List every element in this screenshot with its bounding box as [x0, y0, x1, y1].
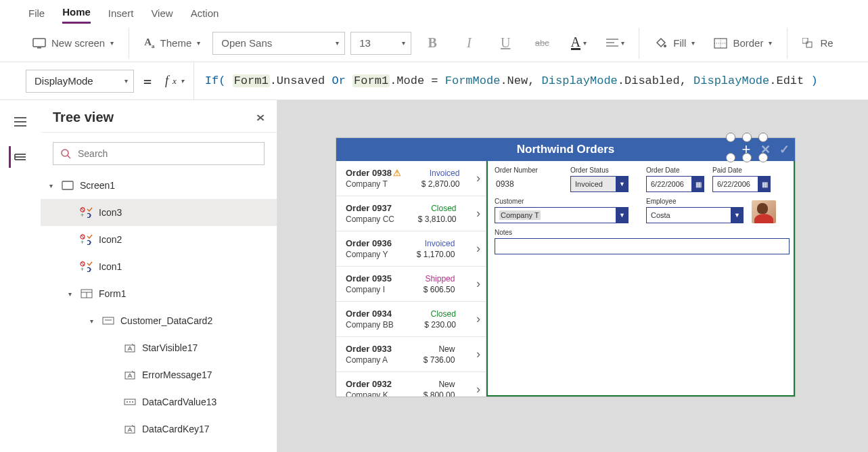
menu-item-home[interactable]: Home — [62, 6, 91, 24]
order-number: Order 0938⚠ — [346, 168, 401, 178]
order-number: Order 0935 — [346, 273, 392, 284]
customer-label: Customer — [495, 198, 629, 205]
customer-dropdown[interactable]: Company T ▼ — [495, 207, 629, 223]
accept-icon[interactable]: ✓ — [777, 143, 791, 156]
order-number-label: Order Number — [495, 166, 562, 174]
chevron-down-icon: ▼ — [734, 212, 740, 219]
new-screen-button[interactable]: New screen ▾ — [26, 33, 120, 53]
theme-button[interactable]: Aa Theme ▾ — [137, 32, 207, 53]
tree-node-datacardkey17[interactable]: DataCardKey17 — [41, 415, 277, 443]
notes-input[interactable] — [495, 238, 790, 254]
font-size-select[interactable]: 13 ▾ — [350, 32, 411, 55]
chevron-down-icon: ▼ — [619, 181, 625, 187]
property-value: DisplayMode — [35, 75, 93, 87]
font-color-icon: A — [571, 36, 580, 50]
order-amount: $ 800.00 — [424, 390, 455, 397]
italic-button[interactable]: I — [453, 28, 484, 59]
formula-input[interactable]: If( Form1.Unsaved Or Form1.Mode = FormMo… — [194, 74, 818, 87]
menu-item-view[interactable]: View — [151, 7, 173, 23]
menu-item-action[interactable]: Action — [191, 7, 219, 23]
tree-view-header: Tree view ✕ — [41, 100, 277, 133]
app-header: Northwind Orders + ✕ ✓ — [336, 138, 795, 161]
close-icon[interactable]: ✕ — [256, 112, 265, 123]
paid-date-picker[interactable]: 6/22/2006 ▦ — [712, 176, 771, 192]
app-preview: Northwind Orders + ✕ ✓ Order 0938⚠Compan… — [336, 137, 796, 397]
order-gallery[interactable]: Order 0938⚠Company TInvoiced$ 2,870.00›O… — [336, 161, 486, 397]
cancel-icon[interactable]: ✕ — [758, 143, 772, 156]
label-icon — [123, 422, 137, 436]
order-status: Closed — [431, 204, 456, 213]
employee-label: Employee — [646, 198, 744, 205]
tree-node-screen1[interactable]: ▾Screen1 — [41, 172, 277, 199]
tree-view-rail-button[interactable] — [9, 146, 30, 168]
svg-rect-10 — [806, 42, 812, 47]
paid-date-label: Paid Date — [712, 166, 771, 174]
tree-node-icon1[interactable]: +Icon1 — [41, 253, 277, 280]
fx-button[interactable]: fx ▾ — [161, 62, 194, 100]
icongrp-icon: + — [80, 260, 93, 273]
tree-node-label: DataCardValue13 — [142, 397, 216, 407]
tree-node-icon3[interactable]: +Icon3 — [41, 199, 277, 226]
svg-text:+: + — [81, 266, 84, 272]
tree-search[interactable] — [53, 142, 265, 165]
order-date-picker[interactable]: 6/22/2006 ▦ — [646, 176, 704, 192]
add-icon[interactable]: + — [739, 143, 753, 156]
chevron-down-icon: ▾ — [402, 39, 405, 47]
svg-text:+: + — [81, 212, 84, 218]
chevron-right-icon: › — [475, 312, 482, 326]
font-color-button[interactable]: A ▾ — [563, 28, 594, 59]
order-status-value: Invoiced — [575, 180, 603, 188]
strike-button[interactable]: abc — [526, 28, 557, 59]
separator — [787, 28, 787, 59]
order-row[interactable]: Order 0937Company CCClosed$ 3,810.00› — [336, 196, 486, 231]
screen-icon — [61, 179, 74, 192]
underline-button[interactable]: U — [490, 28, 521, 59]
border-label: Border — [733, 37, 763, 49]
chevron-down-icon: ▼ — [619, 212, 625, 219]
tree-node-starvisible17[interactable]: StarVisible17 — [41, 334, 277, 361]
tree-node-customer_datacard2[interactable]: ▾Customer_DataCard2 — [41, 307, 277, 334]
fill-icon — [654, 37, 668, 49]
tree-node-form1[interactable]: ▾Form1 — [41, 280, 277, 307]
canvas[interactable]: Northwind Orders + ✕ ✓ Order 0938⚠Compan… — [277, 100, 868, 452]
order-status-dropdown[interactable]: Invoiced ▼ — [570, 176, 629, 192]
order-row[interactable]: Order 0936Company YInvoiced$ 1,170.00› — [336, 231, 486, 267]
order-row[interactable]: Order 0934Company BBClosed$ 230.00› — [336, 302, 486, 337]
order-row[interactable]: Order 0932Company KNew$ 800.00› — [336, 372, 486, 397]
search-input[interactable] — [78, 148, 257, 159]
notes-label: Notes — [495, 229, 790, 236]
reorder-label: Re — [820, 37, 833, 49]
employee-dropdown[interactable]: Costa ▼ — [646, 207, 744, 223]
menu-item-file[interactable]: File — [28, 7, 45, 23]
tree-node-label: Icon1 — [99, 261, 122, 272]
order-row[interactable]: Order 0935Company IShipped$ 606.50› — [336, 267, 486, 302]
reorder-button[interactable]: Re — [796, 33, 833, 53]
tree-node-icon2[interactable]: +Icon2 — [41, 226, 277, 253]
tree-node-errormessage17[interactable]: ErrorMessage17 — [41, 361, 277, 388]
chevron-down-icon: ▾ — [621, 39, 624, 47]
font-select[interactable]: Open Sans ▾ — [212, 32, 345, 55]
menu-item-insert[interactable]: Insert — [108, 7, 134, 23]
order-company: Company K — [346, 390, 392, 397]
order-row[interactable]: Order 0933Company ANew$ 736.00› — [336, 337, 486, 372]
chevron-down-icon: ▾ — [124, 77, 128, 85]
svg-line-21 — [81, 235, 84, 238]
menu-bar: FileHomeInsertViewAction — [0, 0, 868, 24]
fill-button[interactable]: Fill ▾ — [647, 33, 702, 53]
paid-date-value: 6/22/2006 — [717, 180, 750, 188]
bold-button[interactable]: B — [417, 28, 448, 59]
chevron-down-icon: ▾ — [197, 39, 200, 47]
formula-bar: DisplayMode ▾ = fx ▾ If( Form1.Unsaved O… — [0, 62, 868, 100]
order-row[interactable]: Order 0938⚠Company TInvoiced$ 2,870.00› — [336, 161, 486, 196]
order-date-label: Order Date — [646, 166, 704, 174]
order-status: Shipped — [425, 274, 455, 284]
svg-rect-1 — [37, 47, 41, 49]
property-select[interactable]: DisplayMode ▾ — [26, 70, 134, 93]
tree-node-datacardvalue13[interactable]: DataCardValue13 — [41, 388, 277, 415]
svg-text:+: + — [81, 239, 84, 245]
align-button[interactable]: ▾ — [599, 28, 631, 59]
employee-avatar — [752, 200, 776, 223]
border-button[interactable]: Border ▾ — [707, 33, 779, 53]
hamburger-button[interactable] — [9, 111, 31, 133]
customer-value: Company T — [499, 210, 541, 220]
